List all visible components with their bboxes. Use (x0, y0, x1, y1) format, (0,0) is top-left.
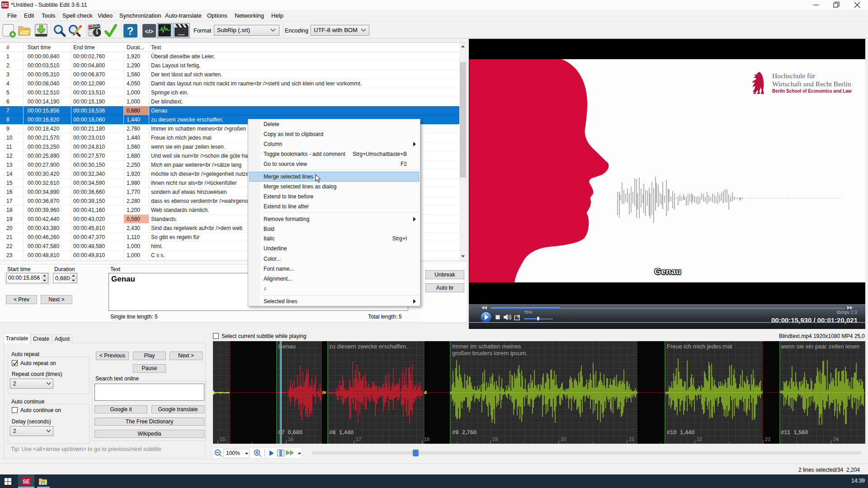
svg-text:5: 5 (96, 30, 99, 35)
svg-text:?: ? (127, 25, 134, 37)
svg-text:SE: SE (2, 2, 9, 8)
svg-text:</>: </> (145, 28, 154, 35)
svg-text:SE: SE (23, 479, 30, 485)
svg-text:▬▬: ▬▬ (178, 33, 184, 36)
